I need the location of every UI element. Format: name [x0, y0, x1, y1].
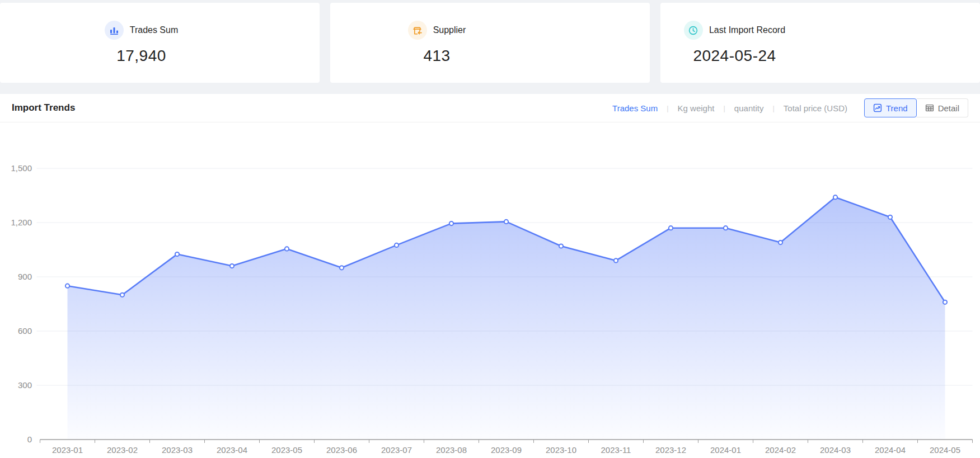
trades-sum-label: Trades Sum: [130, 25, 179, 35]
svg-text:2024-04: 2024-04: [875, 445, 906, 455]
svg-text:2023-05: 2023-05: [271, 445, 302, 455]
supplier-value: 413: [423, 47, 450, 65]
svg-text:1,200: 1,200: [11, 218, 32, 227]
detail-button[interactable]: Detail: [917, 98, 968, 117]
last-import-record-value: 2024-05-24: [693, 47, 776, 65]
svg-text:2023-11: 2023-11: [601, 445, 631, 455]
svg-text:2023-01: 2023-01: [52, 445, 83, 455]
clock-icon: [684, 21, 703, 40]
tab-separator: |: [723, 104, 725, 112]
tab-separator: |: [667, 104, 668, 112]
last-import-record-label: Last Import Record: [709, 25, 785, 35]
tab-separator: |: [772, 104, 774, 112]
svg-text:2024-01: 2024-01: [710, 445, 741, 455]
svg-text:600: 600: [18, 326, 32, 336]
svg-text:1,500: 1,500: [11, 163, 32, 173]
svg-text:2023-06: 2023-06: [326, 445, 357, 455]
supplier-label: Supplier: [433, 25, 466, 35]
panel-header: Import Trends Trades Sum | Kg weight | q…: [0, 94, 980, 122]
svg-text:2023-03: 2023-03: [162, 445, 193, 455]
storefront-icon: [408, 21, 427, 40]
svg-text:2023-02: 2023-02: [107, 445, 138, 455]
svg-text:2023-09: 2023-09: [491, 445, 522, 455]
svg-text:2023-04: 2023-04: [217, 445, 247, 455]
stats-cards-row: Trades Sum 17,940 Supplier: [0, 0, 980, 83]
table-icon: [925, 103, 934, 112]
metric-tabs: Trades Sum | Kg weight | quantity | Tota…: [612, 103, 847, 113]
trend-chart-canvas: 03006009001,2001,5002023-012023-022023-0…: [0, 122, 980, 458]
svg-text:900: 900: [18, 272, 32, 281]
trades-sum-card: Trades Sum 17,940: [0, 3, 320, 83]
tab-quantity[interactable]: quantity: [734, 103, 764, 113]
trend-chart-icon: [873, 103, 882, 112]
svg-text:2024-03: 2024-03: [820, 445, 851, 455]
trend-button[interactable]: Trend: [864, 98, 917, 117]
svg-text:2023-08: 2023-08: [436, 445, 467, 455]
view-toggle-group: Trend Detail: [864, 98, 968, 117]
page-title: Import Trends: [12, 102, 75, 114]
svg-text:2024-05: 2024-05: [930, 445, 960, 455]
detail-button-label: Detail: [938, 103, 959, 113]
last-import-record-card: Last Import Record 2024-05-24: [660, 3, 980, 83]
trend-chart[interactable]: 03006009001,2001,5002023-012023-022023-0…: [0, 122, 980, 458]
svg-text:2023-07: 2023-07: [381, 445, 412, 455]
svg-text:2023-12: 2023-12: [655, 445, 686, 455]
svg-text:2024-02: 2024-02: [765, 445, 796, 455]
trades-sum-value: 17,940: [116, 47, 166, 65]
supplier-card: Supplier 413: [330, 3, 650, 83]
bar-chart-icon: [105, 21, 124, 40]
trend-button-label: Trend: [886, 103, 908, 113]
tab-total-price-usd[interactable]: Total price (USD): [784, 103, 847, 113]
tab-trades-sum[interactable]: Trades Sum: [612, 103, 658, 113]
svg-text:0: 0: [27, 435, 32, 444]
import-trends-panel: Import Trends Trades Sum | Kg weight | q…: [0, 94, 980, 458]
svg-text:300: 300: [18, 380, 32, 390]
svg-text:2023-10: 2023-10: [546, 445, 576, 455]
tab-kg-weight[interactable]: Kg weight: [678, 103, 715, 113]
